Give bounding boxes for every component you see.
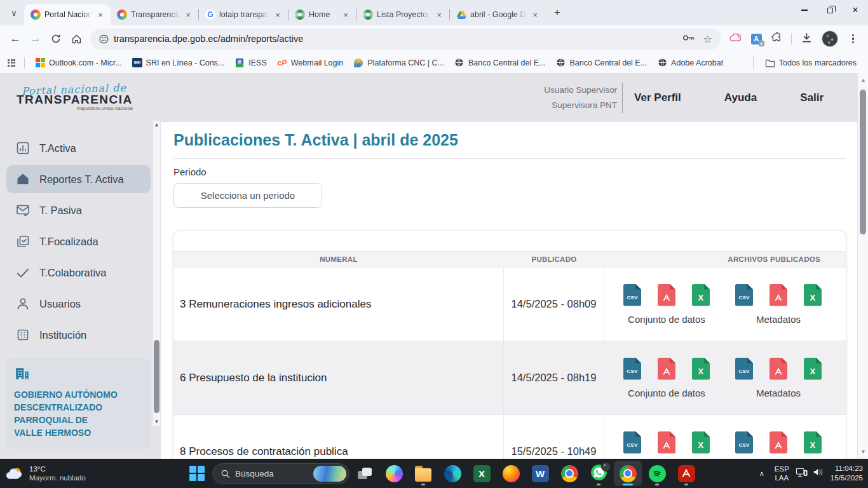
tab-transparencia-lotaip[interactable]: Transparencia LOTAIP × — [111, 4, 198, 25]
site-settings-icon[interactable] — [99, 34, 109, 44]
window-minimize-button[interactable] — [792, 0, 817, 20]
start-button[interactable] — [183, 461, 211, 486]
password-key-icon[interactable] — [682, 33, 695, 44]
bookmark-adobe-acrobat[interactable]: Adobe Acrobat — [652, 55, 728, 71]
url-text[interactable]: transparencia.dpe.gob.ec/admin/reports/a… — [114, 34, 682, 44]
tab-lista-proyectos[interactable]: Lista Proyectos Repor × — [356, 4, 449, 25]
new-tab-button[interactable]: + — [549, 4, 566, 21]
task-view-button[interactable] — [351, 461, 379, 486]
csv-file-icon[interactable]: CSV — [623, 358, 641, 380]
bookmark-outlook[interactable]: Outlook.com - Micr... — [30, 55, 127, 71]
scroll-up-arrow[interactable]: ▲ — [858, 77, 868, 83]
pdf-file-icon[interactable] — [770, 431, 787, 454]
acrobat-button[interactable] — [672, 461, 700, 486]
address-bar[interactable]: transparencia.dpe.gob.ec/admin/reports/a… — [90, 29, 721, 50]
sidebar-item-usuarios[interactable]: Usuarios — [6, 290, 151, 318]
network-icon[interactable] — [796, 467, 808, 480]
pdf-file-icon[interactable] — [770, 358, 787, 380]
window-restore-button[interactable] — [817, 0, 843, 20]
pdf-file-icon[interactable] — [658, 358, 675, 380]
excel-file-icon[interactable]: X — [804, 431, 822, 454]
weather-extension-icon[interactable] — [729, 32, 742, 45]
excel-file-icon[interactable]: X — [804, 358, 822, 380]
excel-file-icon[interactable]: X — [692, 284, 710, 306]
active-institution-card[interactable]: GOBIERNO AUTÓNOMO DESCENTRALIZADO PARROQ… — [6, 358, 151, 449]
all-bookmarks-button[interactable]: Todos los marcadores — [760, 55, 862, 71]
tab-list-chevron-button[interactable]: ∨ — [5, 4, 23, 22]
copilot-button[interactable] — [380, 461, 408, 486]
tab-close-icon[interactable]: × — [530, 10, 540, 20]
volume-icon[interactable] — [812, 467, 824, 480]
side-panel-apps-icon[interactable] — [6, 58, 17, 68]
sidebar-item-reportes-t-activa[interactable]: Reportes T. Activa — [6, 165, 151, 193]
bookmark-banco-central-2[interactable]: Banco Central del E... — [551, 55, 653, 71]
csv-file-icon[interactable]: CSV — [735, 431, 753, 454]
tab-close-icon[interactable]: × — [434, 10, 444, 20]
taskbar-search[interactable]: Búsqueda — [212, 463, 349, 484]
salir-link[interactable]: Salir — [800, 92, 824, 104]
sidebar-scrollbar[interactable]: ▲ ▼ — [152, 121, 160, 426]
scroll-up-arrow[interactable]: ▲ — [153, 122, 161, 128]
translate-icon[interactable]: A — [751, 34, 762, 44]
back-button[interactable]: ← — [5, 29, 25, 49]
hidden-icons-chevron[interactable]: ∧ — [756, 466, 768, 482]
spotify-button[interactable] — [643, 461, 671, 486]
ver-perfil-link[interactable]: Ver Perfil — [634, 92, 681, 104]
chrome-button[interactable] — [555, 461, 583, 486]
tab-close-icon[interactable]: × — [341, 10, 351, 20]
file-explorer-button[interactable] — [409, 461, 437, 486]
whatsapp-button[interactable] — [585, 461, 613, 486]
csv-file-icon[interactable]: CSV — [735, 284, 753, 306]
firefox-button[interactable] — [497, 461, 525, 486]
pdf-file-icon[interactable] — [658, 284, 675, 306]
downloads-icon[interactable] — [801, 32, 813, 46]
home-button[interactable] — [66, 29, 86, 49]
edge-button[interactable] — [438, 461, 466, 486]
excel-file-icon[interactable]: X — [692, 358, 710, 380]
reload-button[interactable] — [46, 29, 66, 49]
chrome-active-button[interactable] — [614, 461, 642, 486]
ayuda-link[interactable]: Ayuda — [724, 92, 757, 104]
sidebar-item-t-colaborativa[interactable]: T.Colaborativa — [6, 259, 151, 287]
excel-file-icon[interactable]: X — [804, 284, 822, 306]
tab-close-icon[interactable]: × — [95, 10, 105, 20]
keyboard-language-indicator[interactable]: ESP LAA — [775, 464, 789, 482]
sidebar-item-institucion[interactable]: Institución — [6, 321, 151, 349]
csv-file-icon[interactable]: CSV — [623, 284, 641, 306]
window-close-button[interactable]: × — [843, 0, 868, 20]
sidebar-item-t-pasiva[interactable]: T. Pasiva — [6, 196, 151, 224]
select-period-button[interactable]: Selecciona un periodo — [173, 183, 322, 208]
csv-file-icon[interactable]: CSV — [735, 358, 753, 380]
tab-portal-nacional[interactable]: Portal Nacional de Tra × — [24, 4, 111, 25]
tab-google-search[interactable]: G lotaip transparencia a × — [199, 4, 288, 25]
sidebar-item-t-activa[interactable]: T.Activa — [6, 134, 151, 162]
taskbar-weather-widget[interactable]: 13°C Mayorm. nublado — [5, 459, 86, 488]
sidebar-scrollbar-thumb[interactable] — [154, 340, 159, 413]
profile-avatar[interactable] — [822, 30, 838, 47]
scroll-down-arrow[interactable]: ▼ — [858, 449, 868, 455]
sidebar-item-t-focalizada[interactable]: T.Focalizada — [6, 227, 151, 255]
bookmark-sri[interactable]: SRI SRI en Línea - Cons... — [127, 55, 230, 71]
tab-google-drive[interactable]: abril - Google Drive × — [450, 4, 545, 25]
forward-button[interactable]: → — [25, 29, 46, 49]
bookmark-iess[interactable]: IESS — [229, 55, 272, 71]
bookmark-banco-central-1[interactable]: Banco Central del E... — [449, 55, 551, 71]
word-button[interactable]: W — [526, 461, 554, 486]
excel-file-icon[interactable]: X — [692, 431, 710, 454]
tab-close-icon[interactable]: × — [183, 10, 193, 20]
clock-widget[interactable]: 11:04:23 15/5/2025 — [831, 464, 863, 483]
page-scrollbar-thumb[interactable] — [860, 90, 866, 234]
tab-close-icon[interactable]: × — [273, 10, 283, 20]
csv-file-icon[interactable]: CSV — [623, 431, 641, 454]
page-scrollbar[interactable]: ▲ ▼ — [857, 73, 868, 459]
tab-home[interactable]: Home × — [288, 4, 356, 25]
pdf-file-icon[interactable] — [770, 284, 787, 306]
browser-menu-icon[interactable] — [847, 32, 859, 46]
bookmark-webmail[interactable]: cP Webmail Login — [272, 55, 348, 71]
scroll-down-arrow[interactable]: ▼ — [153, 419, 161, 424]
extensions-puzzle-icon[interactable] — [771, 32, 782, 46]
excel-button[interactable]: X — [468, 461, 496, 486]
bookmark-cnc[interactable]: Plataforma CNC | C... — [348, 55, 449, 71]
bookmark-star-icon[interactable]: ☆ — [703, 33, 712, 45]
pdf-file-icon[interactable] — [658, 431, 675, 454]
